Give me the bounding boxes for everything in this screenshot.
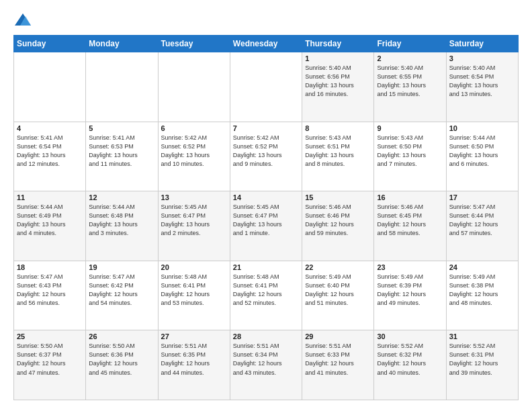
day-number: 24 [449,263,515,271]
day-number: 14 [233,193,299,201]
day-number: 22 [305,263,371,271]
day-number: 31 [449,332,515,340]
day-number: 3 [449,54,515,62]
day-info: Sunrise: 5:41 AM Sunset: 6:53 PM Dayligh… [89,134,154,169]
day-info: Sunrise: 5:52 AM Sunset: 6:31 PM Dayligh… [449,342,515,377]
day-info: Sunrise: 5:45 AM Sunset: 6:47 PM Dayligh… [161,203,227,238]
day-info: Sunrise: 5:50 AM Sunset: 6:37 PM Dayligh… [17,342,83,377]
calendar-cell: 30Sunrise: 5:52 AM Sunset: 6:32 PM Dayli… [374,330,446,400]
day-number: 30 [377,332,443,340]
calendar-header-row: SundayMondayTuesdayWednesdayThursdayFrid… [14,36,519,52]
calendar-cell: 1Sunrise: 5:40 AM Sunset: 6:56 PM Daylig… [302,52,374,122]
day-info: Sunrise: 5:40 AM Sunset: 6:55 PM Dayligh… [377,64,443,99]
day-info: Sunrise: 5:41 AM Sunset: 6:54 PM Dayligh… [17,134,83,169]
day-number: 4 [17,124,83,132]
day-info: Sunrise: 5:44 AM Sunset: 6:50 PM Dayligh… [449,134,515,169]
day-info: Sunrise: 5:44 AM Sunset: 6:48 PM Dayligh… [89,203,154,238]
day-number: 7 [233,124,299,132]
calendar-cell [86,52,158,122]
day-number: 10 [449,124,515,132]
calendar-cell [14,52,86,122]
day-number: 28 [233,332,299,340]
day-number: 29 [305,332,371,340]
calendar-cell: 16Sunrise: 5:46 AM Sunset: 6:45 PM Dayli… [374,191,446,261]
calendar-cell: 12Sunrise: 5:44 AM Sunset: 6:48 PM Dayli… [86,191,158,261]
day-number: 27 [161,332,227,340]
calendar-cell: 27Sunrise: 5:51 AM Sunset: 6:35 PM Dayli… [158,330,230,400]
calendar-cell: 18Sunrise: 5:47 AM Sunset: 6:43 PM Dayli… [14,261,86,330]
day-info: Sunrise: 5:48 AM Sunset: 6:41 PM Dayligh… [233,273,299,308]
day-info: Sunrise: 5:45 AM Sunset: 6:47 PM Dayligh… [233,203,299,238]
calendar-cell: 15Sunrise: 5:46 AM Sunset: 6:46 PM Dayli… [302,191,374,261]
day-number: 26 [89,332,154,340]
day-number: 9 [377,124,443,132]
calendar-cell: 9Sunrise: 5:43 AM Sunset: 6:50 PM Daylig… [374,122,446,191]
calendar-cell: 14Sunrise: 5:45 AM Sunset: 6:47 PM Dayli… [230,191,302,261]
day-info: Sunrise: 5:46 AM Sunset: 6:45 PM Dayligh… [377,203,443,238]
calendar-cell: 5Sunrise: 5:41 AM Sunset: 6:53 PM Daylig… [86,122,158,191]
calendar-cell [230,52,302,122]
day-number: 25 [17,332,83,340]
day-info: Sunrise: 5:49 AM Sunset: 6:39 PM Dayligh… [377,273,443,308]
calendar-week-row: 1Sunrise: 5:40 AM Sunset: 6:56 PM Daylig… [14,52,519,122]
day-number: 5 [89,124,154,132]
col-header-thursday: Thursday [302,36,374,52]
day-info: Sunrise: 5:51 AM Sunset: 6:35 PM Dayligh… [161,342,227,377]
day-info: Sunrise: 5:49 AM Sunset: 6:38 PM Dayligh… [449,273,515,308]
calendar-cell: 21Sunrise: 5:48 AM Sunset: 6:41 PM Dayli… [230,261,302,330]
day-info: Sunrise: 5:51 AM Sunset: 6:33 PM Dayligh… [305,342,371,377]
day-number: 23 [377,263,443,271]
day-info: Sunrise: 5:50 AM Sunset: 6:36 PM Dayligh… [89,342,154,377]
calendar-cell: 8Sunrise: 5:43 AM Sunset: 6:51 PM Daylig… [302,122,374,191]
day-info: Sunrise: 5:48 AM Sunset: 6:41 PM Dayligh… [161,273,227,308]
calendar-cell: 7Sunrise: 5:42 AM Sunset: 6:52 PM Daylig… [230,122,302,191]
day-info: Sunrise: 5:42 AM Sunset: 6:52 PM Dayligh… [233,134,299,169]
calendar-cell: 10Sunrise: 5:44 AM Sunset: 6:50 PM Dayli… [446,122,518,191]
calendar-week-row: 18Sunrise: 5:47 AM Sunset: 6:43 PM Dayli… [14,261,519,330]
day-info: Sunrise: 5:52 AM Sunset: 6:32 PM Dayligh… [377,342,443,377]
day-info: Sunrise: 5:42 AM Sunset: 6:52 PM Dayligh… [161,134,227,169]
col-header-monday: Monday [86,36,158,52]
day-info: Sunrise: 5:51 AM Sunset: 6:34 PM Dayligh… [233,342,299,377]
day-number: 19 [89,263,154,271]
col-header-friday: Friday [374,36,446,52]
calendar-cell: 28Sunrise: 5:51 AM Sunset: 6:34 PM Dayli… [230,330,302,400]
calendar-cell: 13Sunrise: 5:45 AM Sunset: 6:47 PM Dayli… [158,191,230,261]
day-number: 2 [377,54,443,62]
day-number: 13 [161,193,227,201]
day-info: Sunrise: 5:46 AM Sunset: 6:46 PM Dayligh… [305,203,371,238]
day-number: 18 [17,263,83,271]
calendar-cell: 26Sunrise: 5:50 AM Sunset: 6:36 PM Dayli… [86,330,158,400]
calendar-cell: 19Sunrise: 5:47 AM Sunset: 6:42 PM Dayli… [86,261,158,330]
logo [13,11,35,30]
calendar-cell: 25Sunrise: 5:50 AM Sunset: 6:37 PM Dayli… [14,330,86,400]
calendar-week-row: 25Sunrise: 5:50 AM Sunset: 6:37 PM Dayli… [14,330,519,400]
day-number: 20 [161,263,227,271]
calendar-week-row: 11Sunrise: 5:44 AM Sunset: 6:49 PM Dayli… [14,191,519,261]
col-header-sunday: Sunday [14,36,86,52]
calendar-week-row: 4Sunrise: 5:41 AM Sunset: 6:54 PM Daylig… [14,122,519,191]
calendar-cell: 23Sunrise: 5:49 AM Sunset: 6:39 PM Dayli… [374,261,446,330]
calendar-cell: 11Sunrise: 5:44 AM Sunset: 6:49 PM Dayli… [14,191,86,261]
day-number: 11 [17,193,83,201]
day-info: Sunrise: 5:47 AM Sunset: 6:44 PM Dayligh… [449,203,515,238]
day-number: 21 [233,263,299,271]
day-info: Sunrise: 5:47 AM Sunset: 6:43 PM Dayligh… [17,273,83,308]
col-header-wednesday: Wednesday [230,36,302,52]
calendar-cell: 17Sunrise: 5:47 AM Sunset: 6:44 PM Dayli… [446,191,518,261]
calendar: SundayMondayTuesdayWednesdayThursdayFrid… [13,35,519,400]
calendar-cell: 22Sunrise: 5:49 AM Sunset: 6:40 PM Dayli… [302,261,374,330]
page: SundayMondayTuesdayWednesdayThursdayFrid… [0,0,532,411]
day-info: Sunrise: 5:40 AM Sunset: 6:56 PM Dayligh… [305,64,371,99]
calendar-cell: 4Sunrise: 5:41 AM Sunset: 6:54 PM Daylig… [14,122,86,191]
day-number: 16 [377,193,443,201]
calendar-cell: 20Sunrise: 5:48 AM Sunset: 6:41 PM Dayli… [158,261,230,330]
day-number: 17 [449,193,515,201]
day-number: 6 [161,124,227,132]
header [13,11,519,30]
col-header-saturday: Saturday [446,36,518,52]
day-number: 12 [89,193,154,201]
day-info: Sunrise: 5:44 AM Sunset: 6:49 PM Dayligh… [17,203,83,238]
calendar-cell: 6Sunrise: 5:42 AM Sunset: 6:52 PM Daylig… [158,122,230,191]
calendar-cell: 29Sunrise: 5:51 AM Sunset: 6:33 PM Dayli… [302,330,374,400]
